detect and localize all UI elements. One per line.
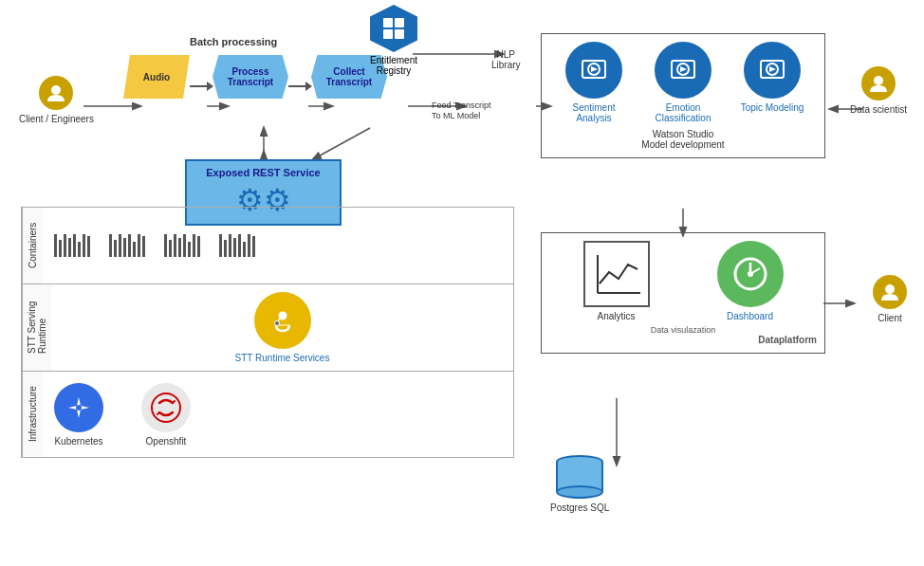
data-scientist-head [861,66,896,100]
containers-content [43,208,513,283]
svg-rect-18 [395,29,404,39]
stt-serving-label: STT Serving Runtime [22,284,51,371]
openshift-icon [141,383,191,432]
analytics-item: Analytics [583,241,650,321]
dataplatform-title: Dataplatform [549,335,817,345]
svg-marker-27 [769,66,776,72]
kubernetes-label: Kubernetes [54,436,102,447]
analytics-row: Analytics Dashboard [549,241,817,321]
infrastructure-content: Kubernetes Ope [43,372,513,457]
emotion-classification-item: Emotion Classification [645,42,721,123]
audio-shape: Audio [123,55,190,99]
containers-row: Containers [22,208,513,284]
batch-flow: Audio Process Transcript Collect Transcr… [123,55,387,99]
sentiment-analysis-icon [565,42,622,99]
postgres-cylinder [556,455,603,499]
data-visualization-label: Data visulazation [549,325,817,335]
topic-modeling-label: Topic Modeling [741,102,804,113]
container-icon-4 [219,234,255,257]
entitlement-hex-icon [370,5,417,52]
svg-line-11 [313,128,370,159]
svg-point-31 [748,271,753,277]
person-head [39,76,73,110]
postgres-label: Postgres SQL [550,502,609,513]
svg-point-33 [885,284,895,294]
topic-modeling-item: Topic Modeling [734,42,810,113]
client-engineers-person: Client / Engineers [19,76,94,124]
svg-rect-17 [383,29,393,39]
svg-point-37 [274,321,279,326]
kubernetes-item: Kubernetes [54,383,103,447]
watson-footer: Watson Studio Model development [549,129,817,150]
feed-transcript-label: Feed Transcript To ML Model [432,100,491,120]
data-scientist-person: Data scientist [850,66,907,115]
watson-studio-box: Sentiment Analysis Emotion Classificatio… [541,33,825,158]
svg-point-44 [152,393,180,422]
client-person: Client [873,275,907,323]
analytics-icon [583,241,650,307]
infrastructure-label: Infrastructure [22,372,43,457]
openshift-item: Openshfit [141,383,191,447]
process-transcript-shape: Process Transcript [213,55,288,99]
stt-runtime-services-label: STT Runtime Services [235,353,330,363]
data-scientist-label: Data scientist [850,104,907,115]
postgres-sql: Postgres SQL [550,455,609,513]
stt-serving-row: STT Serving Runtime STT Runtime Services [22,284,513,372]
client-engineers-label: Client / Engineers [19,114,94,124]
infrastructure-row: Infrastructure [22,372,513,457]
stt-content: STT Runtime Services [51,284,513,371]
container-icons [54,234,255,257]
client-label: Client [878,313,902,323]
nlp-library-label: NLP Library [491,49,521,70]
svg-point-32 [874,76,883,85]
svg-marker-21 [591,66,598,72]
emotion-classification-icon [655,42,711,99]
dashboard-item: Dashboard [717,241,784,321]
container-icon-1 [54,234,90,257]
client-head [873,275,907,309]
dataplatform-box: Analytics Dashboard Data visulazation Da… [541,232,825,354]
svg-marker-24 [680,66,687,72]
dashboard-label: Dashboard [727,311,773,321]
emotion-classification-label: Emotion Classification [645,102,721,123]
batch-processing-title: Batch processing [190,36,277,47]
svg-rect-15 [383,18,393,27]
db-bottom [556,485,603,499]
dashboard-icon [717,241,784,307]
watson-models-row: Sentiment Analysis Emotion Classificatio… [549,42,817,123]
svg-point-14 [51,85,61,95]
openshift-label: Openshfit [146,436,187,447]
stt-icon [254,292,311,349]
sentiment-analysis-label: Sentiment Analysis [556,102,632,123]
containers-label: Containers [22,208,43,283]
diagram: Client / Engineers Batch processing Audi… [0,0,924,566]
sentiment-analysis-item: Sentiment Analysis [556,42,632,123]
container-icon-2 [109,234,145,257]
infrastructure-container: Containers [21,207,514,458]
rest-title-text: Exposed REST Service [206,167,320,178]
infra-icons: Kubernetes Ope [54,383,191,447]
kubernetes-icon [54,383,103,432]
container-icon-3 [164,234,200,257]
topic-modeling-icon [744,42,801,99]
analytics-label: Analytics [597,311,635,321]
entitlement-label: Entitlement Registry [370,55,417,76]
svg-point-43 [76,405,82,411]
svg-rect-16 [395,18,404,27]
entitlement-registry: Entitlement Registry [370,5,417,76]
